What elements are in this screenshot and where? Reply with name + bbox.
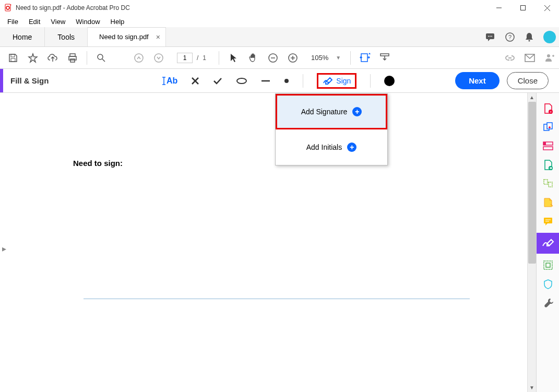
svg-text:+: + xyxy=(549,110,552,114)
share-user-icon[interactable] xyxy=(544,53,555,63)
maximize-button[interactable] xyxy=(511,0,535,16)
dot-icon[interactable] xyxy=(284,78,289,84)
print-icon[interactable] xyxy=(64,49,81,67)
zoom-out-icon[interactable] xyxy=(264,49,282,67)
svg-rect-45 xyxy=(543,147,553,150)
pointer-icon[interactable] xyxy=(224,49,242,67)
text-tool-icon[interactable]: Ab xyxy=(162,76,177,86)
menu-bar: File Edit View Window Help xyxy=(0,16,559,27)
star-icon[interactable] xyxy=(24,49,42,67)
sign-button[interactable]: Sign xyxy=(317,73,356,89)
fill-sign-toolbar: Fill & Sign Ab Sign Next Close xyxy=(0,69,559,93)
stamp-icon[interactable] xyxy=(541,258,555,272)
zoom-in-icon[interactable] xyxy=(284,49,302,67)
more-tools-icon[interactable] xyxy=(541,295,555,310)
fill-sign-sidebar-icon[interactable] xyxy=(537,233,560,254)
signature-line xyxy=(84,299,470,299)
next-page-icon[interactable] xyxy=(150,49,168,67)
close-button[interactable]: Close xyxy=(507,72,549,89)
save-icon[interactable] xyxy=(4,49,22,67)
divider xyxy=(370,74,371,88)
help-icon[interactable]: ? xyxy=(505,32,515,42)
svg-rect-14 xyxy=(11,58,15,62)
sign-label: Sign xyxy=(336,77,351,85)
combine-files-icon[interactable] xyxy=(541,120,555,135)
x-mark-icon[interactable] xyxy=(191,77,199,85)
page-separator: / xyxy=(195,54,200,62)
protect-icon[interactable] xyxy=(541,277,555,291)
scroll-up-icon[interactable]: ▲ xyxy=(528,93,536,102)
svg-point-21 xyxy=(154,54,163,62)
line-icon[interactable] xyxy=(261,79,270,82)
svg-rect-54 xyxy=(546,263,550,267)
svg-rect-28 xyxy=(380,54,389,56)
toolbar-divider xyxy=(219,51,219,65)
window-title: Need to sign.pdf - Adobe Acrobat Pro DC xyxy=(16,4,130,11)
page-display-icon[interactable] xyxy=(376,49,394,67)
acrobat-icon xyxy=(4,4,13,12)
menu-file[interactable]: File xyxy=(3,17,22,27)
svg-point-37 xyxy=(237,78,246,84)
svg-rect-3 xyxy=(521,6,526,10)
scroll-thumb[interactable] xyxy=(528,102,536,264)
svg-rect-46 xyxy=(543,142,546,145)
vertical-scrollbar[interactable]: ▲ ▼ xyxy=(527,93,536,392)
link-icon[interactable] xyxy=(505,53,515,63)
color-picker[interactable] xyxy=(384,76,395,86)
comments-icon[interactable] xyxy=(485,32,495,42)
menu-help[interactable]: Help xyxy=(106,17,129,27)
checkmark-icon[interactable] xyxy=(213,77,222,85)
organize-pages-icon[interactable] xyxy=(541,176,555,191)
page-total: 1 xyxy=(203,54,206,62)
right-tools-pane: + xyxy=(536,93,559,392)
fit-width-icon[interactable] xyxy=(356,49,374,67)
zoom-dropdown-icon[interactable]: ▼ xyxy=(336,55,341,61)
svg-rect-49 xyxy=(549,182,552,187)
svg-point-12 xyxy=(529,40,530,41)
svg-rect-48 xyxy=(544,180,548,184)
sign-dropdown-menu: Add Signature + Add Initials + xyxy=(275,93,388,165)
search-icon[interactable] xyxy=(92,49,110,67)
edit-pdf-icon[interactable] xyxy=(541,139,555,153)
tab-document-label: Need to sign.pdf xyxy=(99,33,149,41)
export-pdf-icon[interactable] xyxy=(541,158,555,172)
comment-icon[interactable] xyxy=(541,214,555,229)
main-toolbar: / 1 105% ▼ xyxy=(0,47,559,69)
add-initials-item[interactable]: Add Initials + xyxy=(276,129,387,165)
close-window-button[interactable] xyxy=(535,0,559,16)
menu-edit[interactable]: Edit xyxy=(25,17,44,27)
svg-point-18 xyxy=(98,54,103,60)
svg-rect-50 xyxy=(544,218,552,223)
prev-page-icon[interactable] xyxy=(130,49,148,67)
zoom-level[interactable]: 105% xyxy=(311,54,328,62)
notifications-icon[interactable] xyxy=(525,32,534,42)
menu-window[interactable]: Window xyxy=(72,17,104,27)
send-comments-icon[interactable] xyxy=(541,195,555,210)
tab-strip: Home Tools Need to sign.pdf × ? xyxy=(0,27,559,47)
add-signature-item[interactable]: Add Signature + xyxy=(276,94,387,129)
document-text: Need to sign: xyxy=(73,159,123,168)
tab-home[interactable]: Home xyxy=(0,27,45,46)
panel-expand-handle[interactable]: ▸ xyxy=(0,239,8,258)
page-number-input[interactable] xyxy=(177,53,193,63)
circle-icon[interactable] xyxy=(236,77,247,85)
hand-icon[interactable] xyxy=(244,49,262,67)
cloud-icon[interactable] xyxy=(44,49,62,67)
svg-point-31 xyxy=(547,54,550,57)
tab-close-icon[interactable]: × xyxy=(156,33,160,41)
email-icon[interactable] xyxy=(525,54,535,62)
plus-icon: + xyxy=(352,107,362,116)
add-initials-label: Add Initials xyxy=(306,143,342,151)
svg-text:?: ? xyxy=(508,34,512,40)
scroll-down-icon[interactable]: ▼ xyxy=(528,383,536,392)
tab-tools[interactable]: Tools xyxy=(45,27,88,46)
menu-view[interactable]: View xyxy=(46,17,69,27)
tab-document[interactable]: Need to sign.pdf × xyxy=(88,27,166,46)
create-pdf-icon[interactable]: + xyxy=(541,101,555,116)
next-button[interactable]: Next xyxy=(455,72,499,89)
svg-point-9 xyxy=(491,35,492,37)
minimize-button[interactable] xyxy=(487,0,511,16)
user-avatar[interactable] xyxy=(543,31,556,43)
svg-point-39 xyxy=(284,79,289,83)
svg-point-7 xyxy=(488,35,489,37)
